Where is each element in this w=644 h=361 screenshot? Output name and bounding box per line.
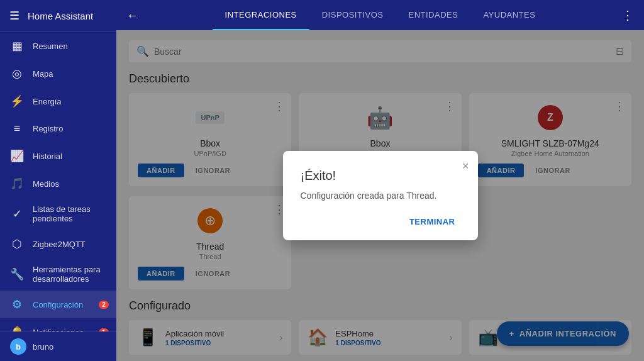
sidebar-item-label: Medios bbox=[33, 179, 59, 189]
dialog-close-button[interactable]: × bbox=[462, 160, 469, 173]
sidebar-item-historial[interactable]: 📈 Historial bbox=[0, 142, 116, 170]
dialog-overlay: ¡Éxito! × Configuración creada para Thre… bbox=[116, 30, 644, 361]
sidebar-item-herramientas[interactable]: 🔧 Herramientas para desarrolladores bbox=[0, 258, 116, 291]
content-area: 🔍 ⊟ Descubierto ⋮ UPnP Bbox UPnP/IGD AÑA… bbox=[116, 30, 644, 361]
sidebar-item-label: Registro bbox=[33, 124, 63, 133]
sidebar-item-zigbee[interactable]: ⬡ Zigbee2MQTT bbox=[0, 230, 116, 258]
historial-icon: 📈 bbox=[10, 149, 24, 163]
sidebar-item-configuracion[interactable]: ⚙ Configuración 2 bbox=[0, 291, 116, 318]
sidebar-header: ☰ Home Assistant bbox=[0, 0, 116, 32]
topnav: ← Integraciones Dispositivos Entidades A… bbox=[116, 0, 644, 30]
sidebar-item-label: Mapa bbox=[33, 69, 53, 79]
notificaciones-badge: 1 bbox=[99, 328, 109, 332]
herramientas-icon: 🔧 bbox=[10, 267, 24, 281]
sidebar-item-tareas[interactable]: ✓ Listas de tareas pendientes bbox=[0, 197, 116, 230]
dialog-actions: TERMINAR bbox=[301, 213, 460, 230]
tab-dispositivos[interactable]: Dispositivos bbox=[309, 0, 396, 30]
tab-integraciones[interactable]: Integraciones bbox=[213, 0, 309, 30]
sidebar-item-medios[interactable]: 🎵 Medios bbox=[0, 170, 116, 197]
finish-button[interactable]: TERMINAR bbox=[404, 213, 460, 230]
mapa-icon: ◎ bbox=[10, 67, 24, 81]
sidebar-item-registro[interactable]: ≡ Registro bbox=[0, 115, 116, 142]
sidebar-item-label: Herramientas para desarrolladores bbox=[33, 265, 106, 284]
sidebar-title: Home Assistant bbox=[28, 11, 93, 21]
topnav-tabs: Integraciones Dispositivos Entidades Ayu… bbox=[147, 0, 614, 30]
sidebar-item-resumen[interactable]: ▦ Resumen bbox=[0, 32, 116, 60]
medios-icon: 🎵 bbox=[10, 177, 24, 191]
resumen-icon: ▦ bbox=[10, 39, 24, 53]
sidebar-item-label: Zigbee2MQTT bbox=[33, 240, 86, 249]
sidebar-item-label: Notificaciones bbox=[33, 328, 84, 332]
energia-icon: ⚡ bbox=[10, 94, 24, 108]
tab-ayudantes[interactable]: Ayudantes bbox=[470, 0, 548, 30]
registro-icon: ≡ bbox=[10, 122, 24, 135]
sidebar-item-label: Resumen bbox=[33, 42, 68, 51]
success-dialog: ¡Éxito! × Configuración creada para Thre… bbox=[283, 151, 478, 240]
tareas-icon: ✓ bbox=[10, 207, 24, 221]
main: ← Integraciones Dispositivos Entidades A… bbox=[116, 0, 644, 361]
sidebar-item-label: Listas de tareas pendientes bbox=[33, 204, 106, 223]
sidebar: ☰ Home Assistant ▦ Resumen ◎ Mapa ⚡ Ener… bbox=[0, 0, 116, 361]
sidebar-item-label: Configuración bbox=[33, 300, 83, 309]
sidebar-item-notificaciones[interactable]: 🔔 Notificaciones 1 bbox=[0, 318, 116, 331]
dialog-title: ¡Éxito! bbox=[301, 169, 460, 183]
sidebar-footer: b bruno bbox=[0, 331, 116, 361]
configuracion-icon: ⚙ bbox=[10, 297, 24, 311]
user-menu[interactable]: b bruno bbox=[10, 338, 106, 355]
configuracion-badge: 2 bbox=[99, 301, 109, 309]
more-options-button[interactable]: ⋮ bbox=[616, 3, 639, 28]
sidebar-item-label: Energía bbox=[33, 97, 62, 106]
notificaciones-icon: 🔔 bbox=[10, 325, 24, 331]
sidebar-item-mapa[interactable]: ◎ Mapa bbox=[0, 60, 116, 87]
zigbee-icon: ⬡ bbox=[10, 237, 24, 251]
back-button[interactable]: ← bbox=[121, 3, 144, 28]
avatar: b bbox=[10, 338, 26, 355]
sidebar-item-energia[interactable]: ⚡ Energía bbox=[0, 87, 116, 115]
menu-icon[interactable]: ☰ bbox=[8, 9, 21, 23]
sidebar-item-label: Historial bbox=[33, 152, 62, 161]
username: bruno bbox=[33, 342, 53, 352]
dialog-body: Configuración creada para Thread. bbox=[301, 191, 460, 201]
tab-entidades[interactable]: Entidades bbox=[396, 0, 470, 30]
sidebar-nav: ▦ Resumen ◎ Mapa ⚡ Energía ≡ Registro 📈 … bbox=[0, 32, 116, 331]
